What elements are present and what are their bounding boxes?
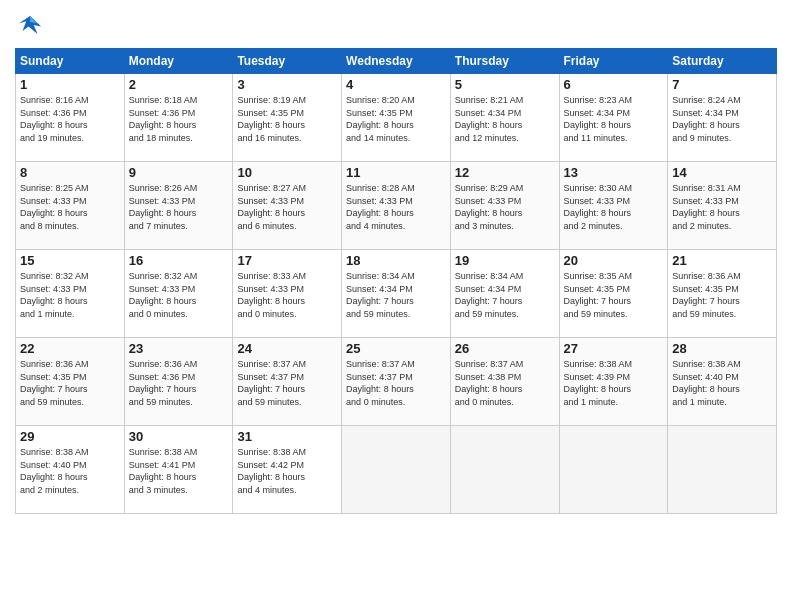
table-row xyxy=(668,426,777,514)
day-info: Sunrise: 8:23 AM Sunset: 4:34 PM Dayligh… xyxy=(564,94,664,144)
day-info: Sunrise: 8:24 AM Sunset: 4:34 PM Dayligh… xyxy=(672,94,772,144)
day-info: Sunrise: 8:36 AM Sunset: 4:35 PM Dayligh… xyxy=(672,270,772,320)
day-info: Sunrise: 8:26 AM Sunset: 4:33 PM Dayligh… xyxy=(129,182,229,232)
day-number: 8 xyxy=(20,165,120,180)
day-info: Sunrise: 8:37 AM Sunset: 4:37 PM Dayligh… xyxy=(237,358,337,408)
day-info: Sunrise: 8:38 AM Sunset: 4:39 PM Dayligh… xyxy=(564,358,664,408)
day-info: Sunrise: 8:38 AM Sunset: 4:42 PM Dayligh… xyxy=(237,446,337,496)
day-number: 29 xyxy=(20,429,120,444)
table-row: 9Sunrise: 8:26 AM Sunset: 4:33 PM Daylig… xyxy=(124,162,233,250)
table-row: 12Sunrise: 8:29 AM Sunset: 4:33 PM Dayli… xyxy=(450,162,559,250)
day-info: Sunrise: 8:38 AM Sunset: 4:40 PM Dayligh… xyxy=(20,446,120,496)
day-info: Sunrise: 8:19 AM Sunset: 4:35 PM Dayligh… xyxy=(237,94,337,144)
table-row: 26Sunrise: 8:37 AM Sunset: 4:38 PM Dayli… xyxy=(450,338,559,426)
col-friday: Friday xyxy=(559,49,668,74)
day-number: 24 xyxy=(237,341,337,356)
day-number: 14 xyxy=(672,165,772,180)
calendar-body: 1Sunrise: 8:16 AM Sunset: 4:36 PM Daylig… xyxy=(16,74,777,514)
day-number: 9 xyxy=(129,165,229,180)
table-row: 27Sunrise: 8:38 AM Sunset: 4:39 PM Dayli… xyxy=(559,338,668,426)
day-info: Sunrise: 8:35 AM Sunset: 4:35 PM Dayligh… xyxy=(564,270,664,320)
day-number: 17 xyxy=(237,253,337,268)
table-row xyxy=(342,426,451,514)
day-number: 30 xyxy=(129,429,229,444)
table-row: 7Sunrise: 8:24 AM Sunset: 4:34 PM Daylig… xyxy=(668,74,777,162)
table-row: 20Sunrise: 8:35 AM Sunset: 4:35 PM Dayli… xyxy=(559,250,668,338)
day-number: 22 xyxy=(20,341,120,356)
table-row: 2Sunrise: 8:18 AM Sunset: 4:36 PM Daylig… xyxy=(124,74,233,162)
table-row: 22Sunrise: 8:36 AM Sunset: 4:35 PM Dayli… xyxy=(16,338,125,426)
table-row: 14Sunrise: 8:31 AM Sunset: 4:33 PM Dayli… xyxy=(668,162,777,250)
table-row: 23Sunrise: 8:36 AM Sunset: 4:36 PM Dayli… xyxy=(124,338,233,426)
table-row: 28Sunrise: 8:38 AM Sunset: 4:40 PM Dayli… xyxy=(668,338,777,426)
day-info: Sunrise: 8:27 AM Sunset: 4:33 PM Dayligh… xyxy=(237,182,337,232)
table-row: 6Sunrise: 8:23 AM Sunset: 4:34 PM Daylig… xyxy=(559,74,668,162)
table-row: 5Sunrise: 8:21 AM Sunset: 4:34 PM Daylig… xyxy=(450,74,559,162)
col-tuesday: Tuesday xyxy=(233,49,342,74)
col-sunday: Sunday xyxy=(16,49,125,74)
col-wednesday: Wednesday xyxy=(342,49,451,74)
day-number: 7 xyxy=(672,77,772,92)
calendar-week-row: 8Sunrise: 8:25 AM Sunset: 4:33 PM Daylig… xyxy=(16,162,777,250)
day-number: 28 xyxy=(672,341,772,356)
calendar-week-row: 15Sunrise: 8:32 AM Sunset: 4:33 PM Dayli… xyxy=(16,250,777,338)
table-row: 8Sunrise: 8:25 AM Sunset: 4:33 PM Daylig… xyxy=(16,162,125,250)
day-info: Sunrise: 8:28 AM Sunset: 4:33 PM Dayligh… xyxy=(346,182,446,232)
table-row: 4Sunrise: 8:20 AM Sunset: 4:35 PM Daylig… xyxy=(342,74,451,162)
table-row: 29Sunrise: 8:38 AM Sunset: 4:40 PM Dayli… xyxy=(16,426,125,514)
table-row: 25Sunrise: 8:37 AM Sunset: 4:37 PM Dayli… xyxy=(342,338,451,426)
day-number: 27 xyxy=(564,341,664,356)
day-number: 10 xyxy=(237,165,337,180)
header-row: Sunday Monday Tuesday Wednesday Thursday… xyxy=(16,49,777,74)
day-info: Sunrise: 8:30 AM Sunset: 4:33 PM Dayligh… xyxy=(564,182,664,232)
col-thursday: Thursday xyxy=(450,49,559,74)
day-number: 12 xyxy=(455,165,555,180)
table-row: 31Sunrise: 8:38 AM Sunset: 4:42 PM Dayli… xyxy=(233,426,342,514)
table-row xyxy=(450,426,559,514)
calendar-week-row: 29Sunrise: 8:38 AM Sunset: 4:40 PM Dayli… xyxy=(16,426,777,514)
col-saturday: Saturday xyxy=(668,49,777,74)
day-info: Sunrise: 8:16 AM Sunset: 4:36 PM Dayligh… xyxy=(20,94,120,144)
table-row: 16Sunrise: 8:32 AM Sunset: 4:33 PM Dayli… xyxy=(124,250,233,338)
table-row xyxy=(559,426,668,514)
table-row: 13Sunrise: 8:30 AM Sunset: 4:33 PM Dayli… xyxy=(559,162,668,250)
logo-bird-icon xyxy=(15,10,45,40)
day-info: Sunrise: 8:34 AM Sunset: 4:34 PM Dayligh… xyxy=(455,270,555,320)
table-row: 1Sunrise: 8:16 AM Sunset: 4:36 PM Daylig… xyxy=(16,74,125,162)
day-number: 26 xyxy=(455,341,555,356)
day-number: 18 xyxy=(346,253,446,268)
day-number: 1 xyxy=(20,77,120,92)
table-row: 24Sunrise: 8:37 AM Sunset: 4:37 PM Dayli… xyxy=(233,338,342,426)
table-row: 30Sunrise: 8:38 AM Sunset: 4:41 PM Dayli… xyxy=(124,426,233,514)
day-number: 6 xyxy=(564,77,664,92)
day-number: 11 xyxy=(346,165,446,180)
day-info: Sunrise: 8:36 AM Sunset: 4:36 PM Dayligh… xyxy=(129,358,229,408)
day-info: Sunrise: 8:18 AM Sunset: 4:36 PM Dayligh… xyxy=(129,94,229,144)
day-number: 21 xyxy=(672,253,772,268)
day-info: Sunrise: 8:37 AM Sunset: 4:37 PM Dayligh… xyxy=(346,358,446,408)
day-number: 3 xyxy=(237,77,337,92)
day-number: 23 xyxy=(129,341,229,356)
day-number: 31 xyxy=(237,429,337,444)
page-container: Sunday Monday Tuesday Wednesday Thursday… xyxy=(0,0,792,612)
table-row: 19Sunrise: 8:34 AM Sunset: 4:34 PM Dayli… xyxy=(450,250,559,338)
calendar-week-row: 1Sunrise: 8:16 AM Sunset: 4:36 PM Daylig… xyxy=(16,74,777,162)
day-number: 4 xyxy=(346,77,446,92)
day-info: Sunrise: 8:38 AM Sunset: 4:40 PM Dayligh… xyxy=(672,358,772,408)
table-row: 10Sunrise: 8:27 AM Sunset: 4:33 PM Dayli… xyxy=(233,162,342,250)
table-row: 18Sunrise: 8:34 AM Sunset: 4:34 PM Dayli… xyxy=(342,250,451,338)
calendar-week-row: 22Sunrise: 8:36 AM Sunset: 4:35 PM Dayli… xyxy=(16,338,777,426)
day-number: 2 xyxy=(129,77,229,92)
day-info: Sunrise: 8:37 AM Sunset: 4:38 PM Dayligh… xyxy=(455,358,555,408)
table-row: 17Sunrise: 8:33 AM Sunset: 4:33 PM Dayli… xyxy=(233,250,342,338)
day-number: 19 xyxy=(455,253,555,268)
day-number: 5 xyxy=(455,77,555,92)
day-info: Sunrise: 8:29 AM Sunset: 4:33 PM Dayligh… xyxy=(455,182,555,232)
day-info: Sunrise: 8:34 AM Sunset: 4:34 PM Dayligh… xyxy=(346,270,446,320)
logo xyxy=(15,10,49,40)
day-info: Sunrise: 8:25 AM Sunset: 4:33 PM Dayligh… xyxy=(20,182,120,232)
col-monday: Monday xyxy=(124,49,233,74)
day-info: Sunrise: 8:36 AM Sunset: 4:35 PM Dayligh… xyxy=(20,358,120,408)
table-row: 11Sunrise: 8:28 AM Sunset: 4:33 PM Dayli… xyxy=(342,162,451,250)
day-number: 13 xyxy=(564,165,664,180)
